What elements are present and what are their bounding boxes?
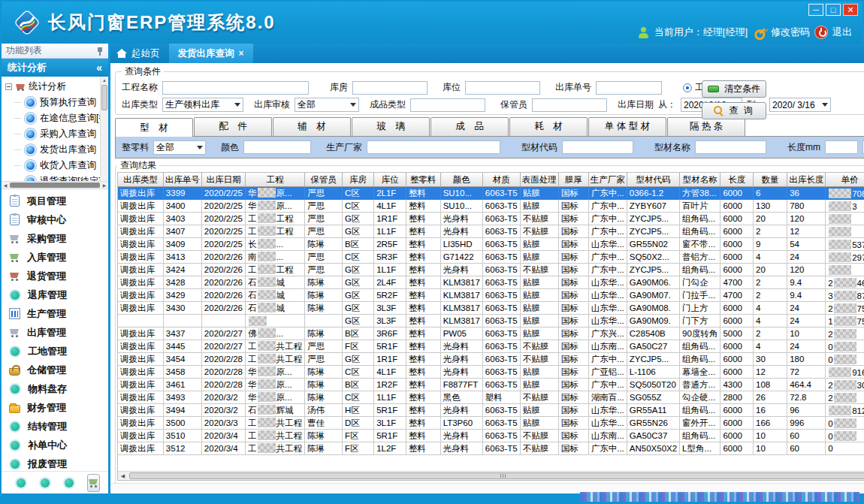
tab-shipping-outbound-query[interactable]: 发货出库查询 × (169, 44, 253, 63)
table-cell[interactable] (164, 315, 202, 327)
table-cell[interactable]: 贴膜 (521, 366, 559, 379)
table-cell[interactable]: SU10... (441, 187, 483, 200)
table-cell[interactable] (826, 264, 864, 276)
column-header[interactable]: 表面处理 (521, 173, 559, 187)
table-cell[interactable]: 调拨出库 (118, 200, 164, 213)
table-cell[interactable] (305, 315, 343, 327)
tab-close-icon[interactable]: × (239, 48, 244, 59)
table-cell[interactable]: 3L1F (374, 417, 406, 430)
table-cell[interactable]: 贴膜 (521, 404, 559, 417)
table-cell[interactable]: 广东中... (589, 187, 627, 200)
table-cell[interactable]: D区 (343, 417, 374, 430)
sidebar-module-5[interactable]: 退货管理 (2, 267, 108, 285)
project-name-input[interactable] (162, 81, 309, 95)
table-cell[interactable]: 不贴膜 (521, 442, 559, 455)
table-cell[interactable]: 0 (826, 353, 864, 366)
table-cell[interactable]: 国标 (559, 251, 589, 264)
table-cell[interactable]: 贴膜 (521, 302, 559, 315)
table-cell[interactable]: 6063-T5 (483, 302, 521, 315)
table-cell[interactable]: 石城 (246, 302, 305, 315)
table-cell[interactable]: 2020/2/26 (202, 264, 246, 276)
table-row[interactable]: 调拨出库34372020/2/27佛...陈琳B区3R6F整料PW056063-… (118, 327, 864, 340)
table-cell[interactable]: 严思 (305, 213, 343, 225)
table-cell[interactable]: B区 (343, 379, 374, 391)
sidebar-module-10[interactable]: 仓储管理 (2, 361, 108, 379)
table-cell[interactable]: 20 (754, 213, 787, 225)
table-cell[interactable]: 3437 (164, 327, 202, 340)
table-cell[interactable]: 湖南百... (589, 391, 627, 404)
table-cell[interactable]: 2020/2/28 (202, 366, 246, 379)
table-cell[interactable]: 3493 (164, 391, 202, 404)
module-dot-icon[interactable] (65, 478, 74, 487)
table-cell[interactable]: 国标 (559, 353, 589, 366)
table-cell[interactable]: 6063-T5 (483, 379, 521, 391)
table-cell[interactable]: 调拨出库 (118, 430, 164, 442)
table-cell[interactable]: 2 (826, 327, 864, 340)
product-type-input[interactable] (410, 98, 485, 112)
table-cell[interactable]: 整料 (406, 379, 441, 391)
column-header[interactable]: 库位 (374, 173, 406, 187)
table-cell[interactable]: 3407 (164, 225, 202, 238)
table-row[interactable]: 调拨出库34942020/3/2石辉城汤伟H区5R1F整料光身料6063-T5贴… (118, 404, 864, 417)
search-button[interactable]: 查 询 (702, 102, 766, 119)
table-cell[interactable]: 广东中... (589, 213, 627, 225)
table-cell[interactable]: 整料 (406, 353, 441, 366)
sidebar-module-12[interactable]: 财务管理 (2, 398, 108, 417)
table-cell[interactable]: 16 (754, 404, 787, 417)
outbound-audit-select[interactable]: 全部 (295, 98, 359, 112)
scroll-right-arrow-icon[interactable]: ▶ (101, 183, 108, 188)
table-cell[interactable]: 整料 (406, 225, 441, 238)
table-cell[interactable]: 广东中... (589, 442, 627, 455)
table-row[interactable]: 调拨出库34612020/2/28华原...陈琳B区1R2F整料F8877FT6… (118, 379, 864, 391)
column-header[interactable]: 数量 (754, 173, 787, 187)
table-cell[interactable]: 90度转角 (680, 327, 721, 340)
table-cell[interactable]: 调拨出库 (118, 276, 164, 289)
table-cell[interactable]: 光身料 (441, 225, 483, 238)
minimize-button[interactable]: ─ (808, 4, 823, 16)
sidebar-module-15[interactable]: 报废管理 (2, 454, 108, 471)
table-cell[interactable]: 537 (826, 238, 864, 251)
column-header[interactable]: 颜色 (441, 173, 483, 187)
table-cell[interactable]: 3L3F (374, 315, 406, 327)
table-cell[interactable]: 调拨出库 (118, 340, 164, 353)
table-cell[interactable]: 2 (826, 391, 864, 404)
table-cell[interactable]: PW05 (441, 327, 483, 340)
table-cell[interactable]: 3413 (164, 251, 202, 264)
table-cell[interactable]: SQ50X2... (627, 251, 680, 264)
table-cell[interactable]: 贴膜 (521, 379, 559, 391)
table-cell[interactable]: 国标 (559, 213, 589, 225)
table-cell[interactable]: 3872 (826, 289, 864, 302)
table-cell[interactable]: 3R6F (374, 327, 406, 340)
table-cell[interactable]: 1R1F (374, 353, 406, 366)
table-row[interactable]: 调拨出库34932020/3/2华原...陈琳C区1L1F整料黑色塑料不贴膜国标… (118, 391, 864, 404)
table-row[interactable]: 调拨出库34242020/2/26工工程严思G区1L1F整料光身料6063-T5… (118, 264, 864, 276)
table-cell[interactable]: 6063-T5 (483, 238, 521, 251)
table-cell[interactable]: 6000 (721, 404, 754, 417)
table-cell[interactable]: 塑料 (483, 391, 521, 404)
table-cell[interactable]: 6063-T5 (483, 251, 521, 264)
table-cell[interactable]: KLM3817 (441, 302, 483, 315)
table-cell[interactable]: 2 (754, 276, 787, 289)
tree-item-5[interactable]: 收货入库查询 (5, 158, 108, 174)
table-cell[interactable]: 24 (787, 251, 826, 264)
column-header[interactable]: 膜厚 (559, 173, 589, 187)
table-cell[interactable]: 3429 (164, 289, 202, 302)
table-row[interactable]: 调拨出库34282020/2/26石城陈琳G区2L4F整料KLM38176063… (118, 276, 864, 289)
table-cell[interactable]: 3403 (164, 213, 202, 225)
table-cell[interactable]: 幕墙全... (680, 366, 721, 379)
table-cell[interactable]: GA90M07. (627, 289, 680, 302)
table-cell[interactable]: 陈琳 (305, 366, 343, 379)
table-cell[interactable]: 4L1F (374, 200, 406, 213)
table-cell[interactable]: 工共工程 (246, 417, 305, 430)
table-cell[interactable]: ZYCJP5... (627, 213, 680, 225)
table-cell[interactable]: 山东南... (589, 430, 627, 442)
table-cell[interactable]: 2020/3/2 (202, 391, 246, 404)
table-cell[interactable]: 60 (787, 430, 826, 442)
material-tab-6[interactable]: 耗 材 (509, 117, 588, 136)
sidebar-module-11[interactable]: 物料盘存 (2, 379, 108, 398)
table-cell[interactable]: 不贴膜 (521, 340, 559, 353)
table-cell[interactable]: 整料 (406, 264, 441, 276)
table-cell[interactable]: 4 (754, 302, 787, 315)
table-cell[interactable]: 整料 (406, 251, 441, 264)
table-cell[interactable]: GA90M09. (627, 315, 680, 327)
